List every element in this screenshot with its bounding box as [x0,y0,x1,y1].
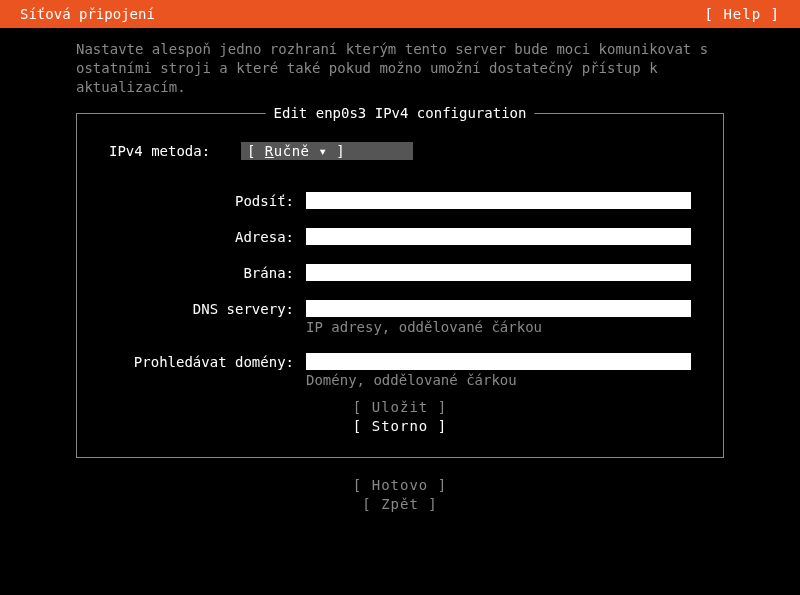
cancel-button[interactable]: [ Storno ] [353,417,447,437]
dns-input[interactable] [306,300,691,317]
dialog-title: Edit enp0s3 IPv4 configuration [266,105,535,121]
done-button[interactable]: [ Hotovo ] [353,476,447,496]
gateway-row: Brána: [109,264,691,282]
footer-buttons: [ Hotovo ] [ Zpět ] [0,476,800,515]
subnet-row: Podsíť: [109,192,691,210]
save-button[interactable]: [ Uložit ] [353,398,447,418]
dns-row: DNS servery: IP adresy, oddělované čárko… [109,300,691,335]
method-select[interactable]: [ Ručně ▾ ] [241,142,413,160]
dns-hint: IP adresy, oddělované čárkou [306,319,691,335]
gateway-label: Brána: [109,264,306,282]
subnet-input[interactable] [306,192,691,209]
method-label: IPv4 metoda: [109,142,241,160]
gateway-input[interactable] [306,264,691,281]
search-hint: Domény, oddělované čárkou [306,372,691,388]
address-row: Adresa: [109,228,691,246]
dialog-buttons: [ Uložit ] [ Storno ] [109,398,691,437]
header-bar: Síťová připojení [ Help ] [0,0,800,28]
search-label: Prohledávat domény: [109,353,306,371]
instructions-text: Nastavte alespoň jedno rozhraní kterým t… [0,28,800,105]
address-input[interactable] [306,228,691,245]
search-input[interactable] [306,353,691,370]
dns-label: DNS servery: [109,300,306,318]
search-row: Prohledávat domény: Domény, oddělované č… [109,353,691,388]
ipv4-config-dialog: Edit enp0s3 IPv4 configuration IPv4 meto… [76,113,724,458]
back-button[interactable]: [ Zpět ] [362,495,437,515]
method-row: IPv4 metoda: [ Ručně ▾ ] [109,142,691,160]
page-title: Síťová připojení [20,6,155,22]
help-link[interactable]: [ Help ] [705,6,780,22]
address-label: Adresa: [109,228,306,246]
subnet-label: Podsíť: [109,192,306,210]
